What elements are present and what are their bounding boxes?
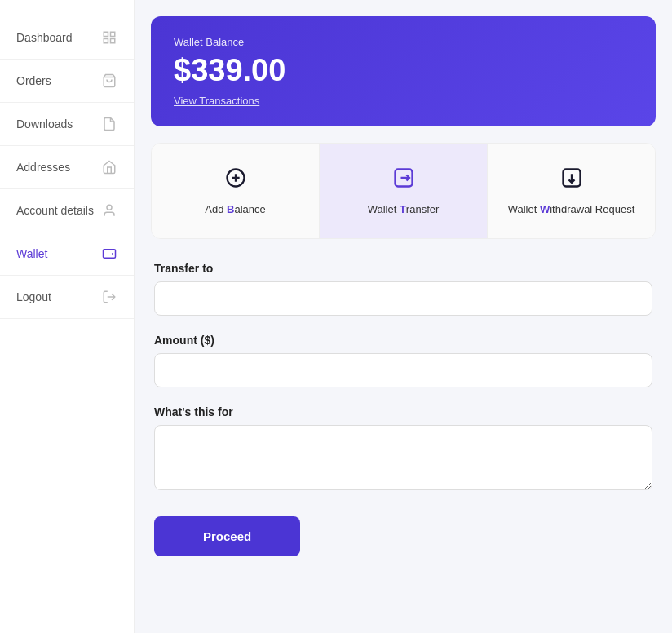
wallet-withdrawal-label: Wallet Withdrawal Request (508, 203, 635, 215)
wallet-withdrawal-card[interactable]: Wallet Withdrawal Request (488, 144, 655, 238)
sidebar-item-orders[interactable]: Orders (0, 60, 134, 103)
wallet-transfer-label: Wallet Transfer (368, 203, 440, 215)
transfer-form: Transfer to Amount ($) What's this for P… (151, 262, 656, 556)
main-content: Wallet Balance $339.00 View Transactions… (135, 0, 672, 633)
grid-icon (101, 29, 117, 46)
transfer-to-input[interactable] (154, 281, 652, 316)
balance-amount: $339.00 (174, 53, 633, 88)
view-transactions-link[interactable]: View Transactions (174, 95, 633, 107)
svg-rect-0 (104, 32, 108, 36)
transfer-to-group: Transfer to (154, 262, 652, 316)
notes-group: What's this for (154, 405, 652, 494)
sidebar-item-wallet[interactable]: Wallet (0, 232, 134, 276)
sidebar-item-addresses[interactable]: Addresses (0, 146, 134, 189)
proceed-button[interactable]: Proceed (154, 516, 300, 556)
shopping-icon (101, 73, 117, 89)
wallet-icon (101, 246, 117, 262)
home-icon (101, 159, 117, 175)
sidebar-label-addresses: Addresses (16, 161, 101, 174)
add-balance-label: Add Balance (205, 203, 265, 215)
sidebar-label-wallet: Wallet (16, 247, 101, 260)
sidebar-item-downloads[interactable]: Downloads (0, 103, 134, 146)
notes-textarea[interactable] (154, 425, 652, 490)
add-balance-card[interactable]: Add Balance (152, 144, 320, 238)
amount-input[interactable] (154, 353, 652, 387)
sidebar-item-logout[interactable]: Logout (0, 276, 134, 319)
svg-rect-6 (104, 250, 116, 259)
amount-group: Amount ($) (154, 334, 652, 387)
action-cards: Add Balance Wallet Transfer Wallet Withd… (151, 143, 656, 239)
wallet-transfer-icon (392, 166, 415, 195)
sidebar-label-logout: Logout (16, 290, 101, 303)
sidebar-label-dashboard: Dashboard (16, 31, 101, 44)
user-icon (101, 202, 117, 219)
sidebar: Dashboard Orders Downloads Addresses (0, 0, 135, 633)
svg-rect-3 (111, 39, 115, 43)
sidebar-item-dashboard[interactable]: Dashboard (0, 16, 134, 60)
notes-label: What's this for (154, 405, 652, 418)
svg-rect-1 (111, 32, 115, 36)
sidebar-label-orders: Orders (16, 74, 101, 87)
sidebar-item-account-details[interactable]: Account details (0, 189, 134, 232)
logout-icon (101, 289, 117, 305)
add-balance-icon (224, 166, 247, 195)
wallet-transfer-card[interactable]: Wallet Transfer (320, 144, 488, 238)
wallet-withdrawal-icon (560, 166, 583, 195)
transfer-to-label: Transfer to (154, 262, 652, 275)
balance-label: Wallet Balance (174, 36, 633, 48)
svg-point-5 (107, 205, 112, 210)
amount-label: Amount ($) (154, 334, 652, 347)
file-icon (101, 116, 117, 132)
sidebar-label-downloads: Downloads (16, 117, 101, 131)
balance-card: Wallet Balance $339.00 View Transactions (151, 16, 656, 126)
sidebar-label-account-details: Account details (16, 204, 101, 217)
svg-rect-2 (104, 39, 108, 43)
